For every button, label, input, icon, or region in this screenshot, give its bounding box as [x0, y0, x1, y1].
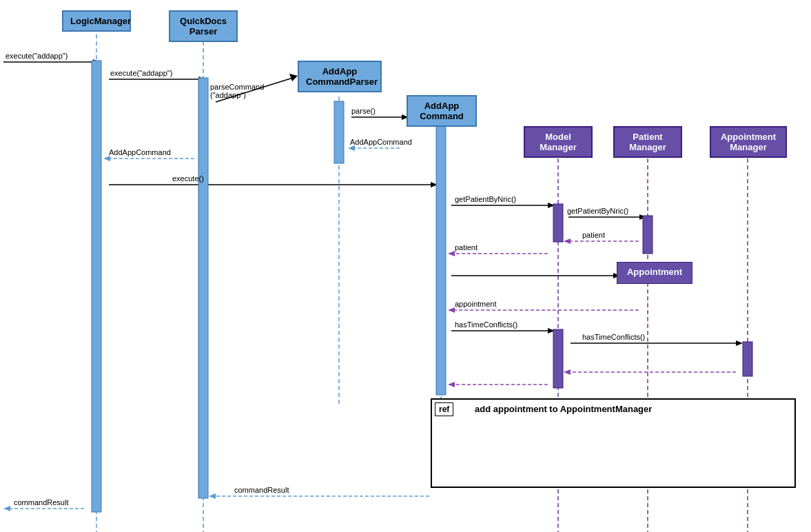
svg-rect-48 — [436, 116, 446, 395]
svg-marker-22 — [548, 203, 555, 208]
svg-rect-49 — [553, 204, 563, 242]
svg-marker-20 — [431, 182, 438, 187]
msg-addappcommand-return2: AddAppCommand — [109, 148, 171, 156]
appointment-object: Appointment — [617, 262, 692, 284]
actor-logicmanager: LogicManager — [62, 10, 131, 32]
actor-addapp-commandparser: AddAppCommandParser — [298, 61, 382, 92]
msg-parsecommand: parseCommand("addapp") — [210, 83, 264, 99]
msg-execute-addapp-1: execute("addapp") — [6, 52, 68, 60]
svg-marker-28 — [448, 251, 455, 256]
msg-patient-return-1: patient — [582, 231, 605, 239]
msg-execute: execute() — [172, 174, 204, 183]
msg-getpatientbynric-1: getPatientByNric() — [455, 195, 516, 203]
svg-marker-12 — [289, 74, 298, 81]
svg-marker-38 — [564, 369, 571, 375]
svg-marker-26 — [564, 238, 571, 244]
ref-label: ref — [435, 402, 453, 416]
actor-model-manager: ModelManager — [524, 126, 593, 158]
svg-marker-18 — [103, 156, 110, 161]
svg-marker-10 — [198, 76, 205, 82]
msg-patient-return-2: patient — [455, 243, 478, 252]
actor-addapp-command: AddAppCommand — [407, 95, 477, 127]
msg-execute-addapp-2: execute("addapp") — [110, 69, 172, 77]
svg-marker-44 — [3, 506, 10, 511]
msg-getpatientbynric-2: getPatientByNric() — [567, 207, 628, 215]
msg-hastimeconflicts-1: hasTimeConflicts() — [455, 320, 517, 329]
svg-rect-52 — [743, 342, 752, 376]
svg-rect-50 — [553, 329, 563, 388]
msg-parse: parse() — [351, 107, 376, 115]
svg-rect-47 — [334, 101, 344, 163]
svg-marker-34 — [548, 328, 555, 334]
svg-marker-40 — [448, 382, 455, 387]
svg-marker-32 — [448, 307, 455, 313]
msg-hastimeconflicts-2: hasTimeConflicts() — [582, 333, 645, 341]
sequence-diagram: LogicManager QuickDocsParser AddAppComma… — [0, 0, 811, 532]
actor-appointment-manager: AppointmentManager — [710, 126, 787, 158]
actor-patient-manager: PatientManager — [613, 126, 682, 158]
svg-marker-36 — [736, 340, 743, 346]
msg-commandresult-1: commandResult — [234, 486, 289, 494]
msg-appointment-return: appointment — [455, 300, 497, 308]
svg-marker-8 — [93, 59, 100, 65]
svg-rect-46 — [198, 78, 208, 498]
ref-text: add appointment to AppointmentManager — [473, 402, 653, 416]
svg-marker-16 — [348, 145, 355, 151]
ref-box: ref add appointment to AppointmentManage… — [431, 398, 796, 488]
svg-rect-51 — [643, 216, 653, 254]
actor-quickdocs: QuickDocsParser — [169, 10, 238, 42]
msg-commandresult-2: commandResult — [14, 498, 68, 507]
svg-marker-24 — [639, 214, 646, 220]
msg-addappcommand-return1: AddAppCommand — [350, 138, 412, 146]
svg-marker-42 — [209, 493, 216, 499]
svg-rect-45 — [92, 61, 101, 512]
